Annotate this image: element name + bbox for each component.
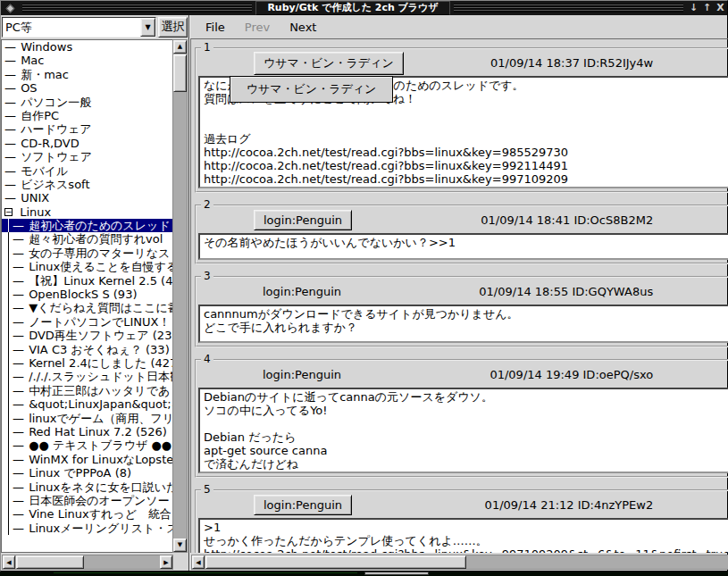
tree-item-label: ハードウェア — [21, 122, 92, 136]
tree-branch-icon: — — [13, 356, 22, 370]
tree-item[interactable]: — ハードウェア — [2, 122, 172, 136]
tree-item[interactable]: — VIA C3 おそくねぇ？ (33) — [2, 343, 172, 356]
tree-item[interactable]: — 自作PC — [2, 109, 172, 122]
menu-file[interactable]: File — [196, 17, 235, 38]
tree-item[interactable]: — モバイル — [2, 164, 172, 178]
tree-item-label: WinMX for LinuxなLopster — [29, 453, 172, 466]
scrollbar-trough[interactable] — [85, 555, 160, 569]
tree-horizontal-scrollbar[interactable]: ◀ ▶ — [2, 555, 173, 570]
post: 3 login:Penguin 01/09/14 18:55 ID:GQYWA8… — [195, 276, 728, 347]
scroll-left-button[interactable]: ◀ — [3, 555, 15, 569]
tree-item[interactable]: — CD-R,DVD — [2, 137, 172, 150]
tree-branch-icon: — — [4, 191, 14, 205]
tree-branch-icon: — — [13, 480, 22, 494]
tree-item-label: 中村正三郎はハッタリであ — [29, 384, 170, 397]
tree-item[interactable]: — 超初心者のためのスレッド — [2, 219, 172, 232]
post-author-button[interactable]: ウサマ・ビン・ラディン — [254, 52, 404, 75]
tree-item[interactable]: — OpenBlockS S (93) — [2, 288, 172, 301]
post-header: login:Penguin 01/09/14 18:55 ID:GQYWA8us — [198, 279, 728, 305]
tree-item[interactable]: — パソコン一般 — [2, 96, 172, 109]
tree-item[interactable]: — Linuxメーリングリスト・スレ — [2, 522, 172, 535]
tree-item[interactable]: — ノートパソコンでLINUX！！ — [2, 315, 172, 329]
scrollbar-thumb[interactable] — [205, 555, 466, 569]
tree-vertical-scrollbar[interactable]: ▲ ▼ — [172, 39, 188, 553]
tree-item[interactable]: — Linux でPPPoA (8) — [2, 466, 172, 480]
titlebar-ridges-left[interactable] — [22, 4, 252, 13]
tree-item-label: Linux でPPPoA (8) — [29, 466, 131, 480]
tree-item-label: OS — [21, 81, 37, 95]
tree-item[interactable]: — Red Hat Linux 7.2 (526) — [2, 425, 172, 438]
scroll-down-button[interactable]: ▼ — [173, 538, 187, 552]
combo-dropdown-button[interactable]: ▼ — [140, 18, 155, 37]
scrollbar-thumb[interactable] — [173, 54, 187, 92]
select-board-button[interactable]: 選択 — [158, 17, 188, 38]
tree-item-label: Linux使えることを自慢する — [29, 260, 172, 273]
tree-item-label: DVD再生ソフトウェア (230) — [29, 329, 172, 342]
scrollbar-thumb[interactable] — [16, 555, 84, 569]
menu-prev: Prev — [235, 17, 280, 38]
post-body[interactable]: Debianのサイトに逝ってcannaの元ソースをダウソ。 ソコの中に入ってるY… — [198, 388, 728, 473]
tree-item[interactable]: — Windows — [2, 40, 172, 54]
tree-item-label: 新・mac — [21, 68, 69, 81]
tree-item[interactable]: — ビジネスsoft — [2, 178, 172, 191]
tree-item[interactable]: — DVD再生ソフトウェア (230) — [2, 329, 172, 342]
tree-item[interactable]: — ●● テキストブラウザ ●● — [2, 438, 172, 452]
post-body[interactable]: >1 せっかく作ったんだからテンプレ使ってくれよ……。 http://cocoa… — [198, 518, 728, 553]
scrollbar-trough[interactable] — [470, 555, 728, 569]
tree-item[interactable]: — 超々初心者の質問すれvol — [2, 232, 172, 246]
scrollbar-trough[interactable] — [173, 93, 187, 538]
tree-item[interactable]: — 【祝】Linux Kernel 2.5 (4) — [2, 274, 172, 288]
board-category-combo[interactable]: PC等 ▼ — [2, 17, 156, 38]
tree-item-label: Linuxメーリングリスト・スレ — [29, 522, 172, 535]
tree-item[interactable]: — Mac — [2, 54, 172, 67]
tree-item[interactable]: — 日本医師会のオープンソー — [2, 494, 172, 507]
scroll-up-button[interactable]: ▲ — [173, 40, 187, 54]
tree-item[interactable]: — 新・mac — [2, 68, 172, 81]
tree-branch-icon: — — [4, 40, 14, 54]
post-body[interactable]: その名前やめたほうがいいんでないかい？>>1 — [198, 233, 728, 260]
posts-horizontal-scrollbar[interactable]: ◀ ▶ — [191, 555, 728, 570]
menubar: File Prev Next — [190, 15, 728, 38]
tree-item-label: &quot;LinuxJapan&quot;を — [29, 397, 172, 411]
tree-branch-icon: — — [13, 425, 22, 438]
tree-item[interactable]: — ソフトウェア — [2, 150, 172, 163]
tree-branch-icon: — — [4, 109, 14, 122]
tree-item[interactable]: — Vine Linuxすれっど 統合 — [2, 507, 172, 521]
tree-item-label: Vine Linuxすれっど 統合 — [29, 507, 172, 521]
tree-branch-icon: — — [13, 260, 22, 273]
tree-branch-icon: — — [13, 466, 22, 480]
tree-item[interactable]: — 女の子専用のマターリなス — [2, 246, 172, 260]
post-header: login:Penguin 01/09/14 21:12 ID:4nzYPEw2 — [198, 492, 728, 518]
tree-item[interactable]: — Linuxをネタに女を口説いた — [2, 480, 172, 494]
post-header: login:Penguin 01/09/14 18:41 ID:OcS8B2M2 — [198, 207, 728, 233]
menu-next[interactable]: Next — [280, 17, 326, 38]
tree-item[interactable]: — OS — [2, 81, 172, 95]
tree-item[interactable]: — &quot;LinuxJapan&quot;を — [2, 397, 172, 411]
tree-collapse-icon[interactable]: − — [4, 208, 13, 216]
tree-item[interactable]: — UNIX — [2, 191, 172, 205]
window-menu-button[interactable] — [1, 1, 19, 15]
tree-branch-icon: — — [4, 54, 14, 67]
scroll-right-button[interactable]: ▶ — [160, 555, 172, 569]
tree-item[interactable]: — ▼くだらねえ質問はここに書 — [2, 301, 172, 314]
close-button[interactable]: X — [714, 1, 727, 15]
titlebar-ridges-right[interactable] — [454, 4, 683, 13]
tree-item-label: ●● テキストブラウザ ●● — [29, 438, 172, 452]
maximize-button[interactable]: ↑ — [700, 1, 714, 15]
tree-item[interactable]: — /././.スラッシュドット日本観 — [2, 370, 172, 383]
tree-item[interactable]: − Linux — [2, 205, 172, 219]
scroll-left-button[interactable]: ◀ — [192, 555, 205, 569]
tree-item[interactable]: — 中村正三郎はハッタリであ — [2, 384, 172, 397]
tree-item-label: Red Hat Linux 7.2 (526) — [29, 425, 167, 438]
tree-item[interactable]: — WinMX for LinuxなLopster — [2, 453, 172, 466]
iconify-button[interactable]: ↓ — [687, 1, 700, 15]
tree-item[interactable]: — Linux使えることを自慢する — [2, 260, 172, 273]
tree-item[interactable]: — Kernel 2.4にしました (427) — [2, 356, 172, 370]
post-body[interactable]: cannnumがダウンロードできるサイトが見つかりません。 どこで手に入れられま… — [198, 305, 728, 343]
post-author-button[interactable]: login:Penguin — [254, 210, 352, 230]
post-author-button[interactable]: login:Penguin — [254, 495, 352, 515]
tree-item[interactable]: — linuxでゲーム（商用、フリー — [2, 412, 172, 425]
tree-branch-icon: — — [13, 315, 22, 329]
post-author-label: login:Penguin — [254, 365, 350, 384]
tree-item-label: OpenBlockS S (93) — [29, 288, 137, 301]
